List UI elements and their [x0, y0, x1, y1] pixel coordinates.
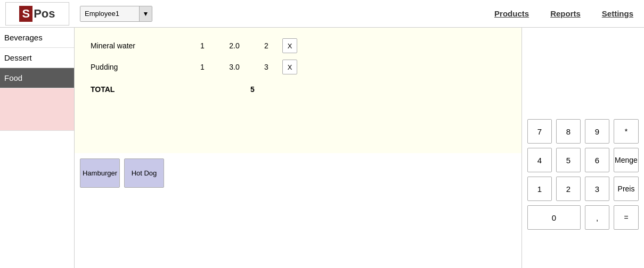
item-total-2: 3: [250, 63, 282, 71]
nav-products[interactable]: Products: [489, 9, 534, 18]
numpad-3[interactable]: 3: [585, 177, 609, 201]
numpad-comma[interactable]: ,: [585, 205, 609, 230]
product-hotdog[interactable]: Hot Dog: [124, 158, 164, 188]
total-label: TOTAL: [91, 85, 186, 94]
category-panel: Beverages Dessert Food: [0, 28, 75, 268]
item-qty-2: 1: [186, 63, 218, 71]
category-beverages[interactable]: Beverages: [0, 28, 74, 48]
numpad-1[interactable]: 1: [527, 177, 552, 201]
numpad-preis[interactable]: Preis: [614, 177, 639, 201]
item-name-2: Pudding: [91, 63, 186, 71]
x-button-1[interactable]: X: [282, 38, 297, 53]
numpad-5[interactable]: 5: [556, 148, 581, 172]
products-panel: Hamburger Hot Dog: [75, 153, 521, 268]
category-list: Beverages Dessert Food: [0, 28, 74, 131]
numpad-8[interactable]: 8: [556, 119, 581, 144]
item-qty-1: 1: [186, 41, 218, 50]
category-dessert[interactable]: Dessert: [0, 48, 74, 68]
numpad-6[interactable]: 6: [585, 148, 609, 172]
order-area: Mineral water 1 2.0 2 X Pudding 1 3.0 3 …: [75, 28, 521, 153]
item-price-2: 3.0: [218, 63, 250, 71]
logo-pos: Pos: [34, 7, 55, 21]
total-row: TOTAL 5: [91, 85, 506, 94]
numpad-4[interactable]: 4: [527, 148, 552, 172]
numpad-equals[interactable]: =: [614, 205, 639, 230]
numpad-7[interactable]: 7: [527, 119, 552, 144]
numpad-0[interactable]: 0: [527, 205, 581, 230]
numpad-row-4: 0 , =: [527, 205, 639, 230]
main-area: Beverages Dessert Food Mineral water 1 2…: [0, 28, 644, 268]
numpad-multiply[interactable]: *: [614, 119, 639, 144]
nav-reports[interactable]: Reports: [545, 9, 586, 18]
numpad-9[interactable]: 9: [585, 119, 609, 144]
item-name-1: Mineral water: [91, 41, 186, 50]
numpad-row-3: 1 2 3 Preis: [527, 177, 639, 201]
total-value: 5: [250, 85, 255, 94]
category-food[interactable]: Food: [0, 68, 74, 88]
item-price-1: 2.0: [218, 41, 250, 50]
employee-dropdown[interactable]: Employee1: [80, 6, 139, 21]
employee-selector[interactable]: Employee1 ▼: [80, 6, 152, 22]
numpad-2[interactable]: 2: [556, 177, 581, 201]
remove-item-2[interactable]: X: [282, 60, 309, 74]
category-empty: [0, 88, 74, 131]
order-row-2: Pudding 1 3.0 3 X: [91, 60, 506, 74]
order-row-1: Mineral water 1 2.0 2 X: [91, 38, 506, 53]
numpad-menge[interactable]: Menge: [614, 148, 639, 172]
dropdown-arrow-icon[interactable]: ▼: [139, 6, 152, 21]
numpad-row-1: 7 8 9 *: [527, 119, 639, 144]
numpad-panel: 7 8 9 * 4 5 6 Menge 1 2 3 Preis 0 , =: [521, 28, 644, 268]
nav-settings[interactable]: Settings: [597, 9, 639, 18]
logo: S Pos: [5, 2, 69, 26]
logo-s: S: [19, 6, 32, 22]
numpad-row-2: 4 5 6 Menge: [527, 148, 639, 172]
x-button-2[interactable]: X: [282, 60, 297, 74]
remove-item-1[interactable]: X: [282, 38, 309, 53]
product-hamburger[interactable]: Hamburger: [80, 158, 120, 188]
center-panel: Mineral water 1 2.0 2 X Pudding 1 3.0 3 …: [75, 28, 521, 268]
item-total-1: 2: [250, 41, 282, 50]
header: S Pos Employee1 ▼ Products Reports Setti…: [0, 0, 644, 28]
